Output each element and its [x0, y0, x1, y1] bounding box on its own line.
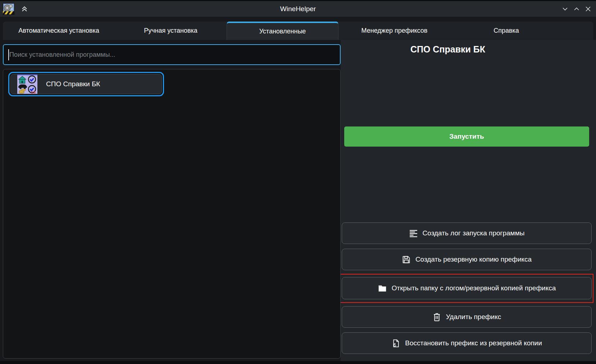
tab-prefix-manager[interactable]: Менеджер префиксов [338, 22, 450, 40]
desktop-sliver-bottom [0, 361, 596, 364]
tab-help[interactable]: Справка [450, 22, 562, 40]
text-caret [8, 49, 9, 60]
trash-icon [432, 313, 441, 322]
close-button[interactable] [582, 3, 594, 15]
tab-auto-install[interactable]: Автоматическая установка [3, 22, 115, 40]
log-lines-icon [409, 229, 418, 238]
folder-icon [378, 284, 387, 293]
maximize-button[interactable] [571, 3, 582, 15]
titlebar[interactable]: WineHelper [0, 1, 596, 17]
search-input[interactable] [3, 44, 341, 65]
minimize-button[interactable] [559, 3, 571, 15]
backup-prefix-button[interactable]: Создать резервную копию префикса [342, 249, 592, 270]
maximize-icon [573, 5, 581, 13]
restore-prefix-button[interactable]: Восстановить префикс из резервной копии [342, 332, 592, 354]
minimize-icon [561, 5, 569, 13]
open-folder-button[interactable]: Открыть папку с логом/резервной копией п… [342, 277, 592, 299]
list-item-label: СПО Справки БК [46, 80, 100, 88]
tab-bar: Автоматическая установка Ручная установк… [3, 22, 593, 40]
winehelper-window: WineHelper Автоматическая установка Ручн… [0, 1, 596, 361]
svg-text:2.5: 2.5 [31, 91, 36, 94]
list-item-spo-spravki-bk[interactable]: 2.5 СПО Справки БК [8, 72, 164, 96]
close-icon [584, 5, 592, 13]
window-title: WineHelper [0, 1, 596, 17]
installed-programs-list: 2.5 СПО Справки БК [3, 69, 341, 359]
tab-manual-install[interactable]: Ручная установка [115, 22, 227, 40]
floppy-save-icon [402, 255, 411, 264]
document-restore-icon [391, 339, 400, 348]
selected-program-title: СПО Справки БК [342, 44, 554, 55]
run-button[interactable]: Запустить [344, 126, 589, 147]
tab-installed[interactable]: Установленные [227, 22, 338, 40]
create-log-button[interactable]: Создать лог запуска программы [342, 222, 592, 244]
delete-prefix-button[interactable]: Удалить префикс [342, 306, 592, 328]
program-icon: 2.5 [17, 74, 37, 94]
